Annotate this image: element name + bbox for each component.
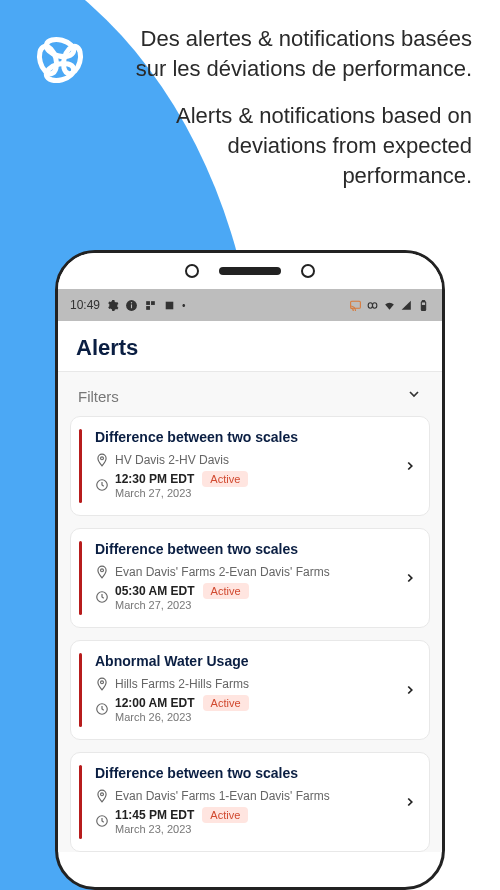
alert-title: Difference between two scales	[95, 541, 395, 557]
alerts-list: Difference between two scales HV Davis 2…	[58, 416, 442, 852]
cast-icon	[349, 299, 362, 312]
promo-text: Des alertes & notifications basées sur l…	[122, 24, 472, 208]
svg-point-19	[101, 569, 104, 572]
speaker-icon	[219, 267, 281, 275]
alert-location: Hills Farms 2-Hills Farms	[115, 677, 249, 691]
alert-title: Difference between two scales	[95, 429, 395, 445]
location-icon	[95, 453, 109, 467]
svg-rect-16	[422, 305, 425, 309]
status-bar: 10:49 •	[58, 289, 442, 321]
chevron-right-icon	[395, 653, 417, 727]
chevron-down-icon	[406, 386, 422, 406]
phone-button-right	[443, 453, 445, 523]
camera-icon	[301, 264, 315, 278]
chevron-right-icon	[395, 429, 417, 503]
svg-rect-11	[351, 301, 361, 308]
alert-time: 12:00 AM EDT	[115, 696, 195, 710]
alert-card[interactable]: Difference between two scales HV Davis 2…	[70, 416, 430, 516]
alert-time: 12:30 PM EDT	[115, 472, 194, 486]
status-time: 10:49	[70, 298, 100, 312]
clock-icon	[95, 702, 109, 716]
gear-icon	[106, 299, 119, 312]
alert-time: 05:30 AM EDT	[115, 584, 195, 598]
location-icon	[95, 677, 109, 691]
clock-icon	[95, 814, 109, 828]
status-right	[349, 299, 430, 312]
filters-label: Filters	[78, 388, 119, 405]
svg-rect-10	[166, 301, 174, 309]
alert-location: Evan Davis' Farms 1-Evan Davis' Farms	[115, 789, 330, 803]
alert-date: March 23, 2023	[115, 823, 248, 835]
status-left: 10:49 •	[70, 298, 186, 312]
alert-card[interactable]: Difference between two scales Evan Davis…	[70, 528, 430, 628]
page-title: Alerts	[76, 335, 424, 361]
phone-frame: 10:49 • Alerts Filters Difference betwee…	[55, 250, 445, 890]
clock-icon	[95, 478, 109, 492]
wifi-icon	[383, 299, 396, 312]
dot-icon: •	[182, 300, 186, 311]
square-icon	[163, 299, 176, 312]
info-icon	[125, 299, 138, 312]
svg-point-23	[101, 793, 104, 796]
clock-icon	[95, 590, 109, 604]
alert-date: March 26, 2023	[115, 711, 249, 723]
alert-card[interactable]: Abnormal Water Usage Hills Farms 2-Hills…	[70, 640, 430, 740]
camera-icon	[185, 264, 199, 278]
svg-rect-8	[151, 301, 155, 305]
app-logo	[26, 26, 94, 98]
alert-location: Evan Davis' Farms 2-Evan Davis' Farms	[115, 565, 330, 579]
alert-location: HV Davis 2-HV Davis	[115, 453, 229, 467]
alert-date: March 27, 2023	[115, 599, 249, 611]
svg-point-2	[37, 44, 60, 75]
promo-fr: Des alertes & notifications basées sur l…	[122, 24, 472, 83]
svg-rect-9	[146, 306, 150, 310]
link-icon	[366, 299, 379, 312]
status-badge: Active	[202, 807, 248, 823]
svg-rect-15	[422, 300, 424, 301]
promo-en: Alerts & notifications based on deviatio…	[122, 101, 472, 190]
battery-icon	[417, 299, 430, 312]
filters-row[interactable]: Filters	[58, 372, 442, 416]
alert-time: 11:45 PM EDT	[115, 808, 194, 822]
alert-date: March 27, 2023	[115, 487, 248, 499]
chevron-right-icon	[395, 765, 417, 839]
location-icon	[95, 565, 109, 579]
location-icon	[95, 789, 109, 803]
chevron-right-icon	[395, 541, 417, 615]
alert-title: Abnormal Water Usage	[95, 653, 395, 669]
status-badge: Active	[203, 583, 249, 599]
svg-rect-5	[131, 304, 132, 308]
svg-point-6	[131, 302, 132, 303]
network-icon	[144, 299, 157, 312]
svg-point-13	[373, 302, 377, 307]
status-badge: Active	[202, 471, 248, 487]
alert-title: Difference between two scales	[95, 765, 395, 781]
svg-point-21	[101, 681, 104, 684]
status-badge: Active	[203, 695, 249, 711]
phone-top-bar	[58, 253, 442, 289]
phone-button-left	[55, 373, 57, 413]
signal-icon	[400, 299, 413, 312]
svg-point-12	[368, 302, 372, 307]
app-header: Alerts	[58, 321, 442, 372]
svg-point-17	[101, 457, 104, 460]
alert-card[interactable]: Difference between two scales Evan Davis…	[70, 752, 430, 852]
svg-rect-7	[146, 301, 150, 305]
svg-point-3	[61, 44, 84, 75]
